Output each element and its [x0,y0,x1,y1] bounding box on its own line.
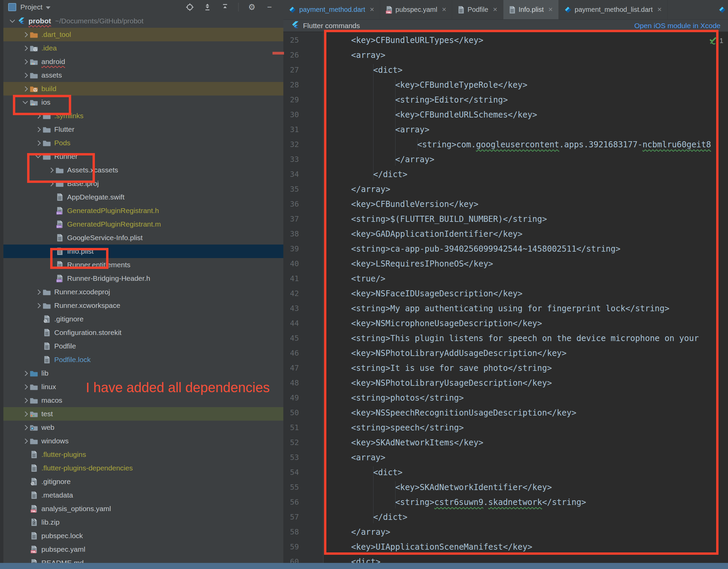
code-line-31[interactable]: <array> [324,122,728,137]
code-line-27[interactable]: <dict> [324,63,728,78]
code-line-55[interactable]: <key>SKAdNetworkIdentifier</key> [324,480,728,495]
code-line-26[interactable]: <array> [324,48,728,63]
code-line-35[interactable]: </array> [324,182,728,197]
code-line-44[interactable]: <key>NSMicrophoneUsageDescription</key> [324,316,728,331]
code-line-56[interactable]: <string>cstr6suwn9.skadnetwork</string> [324,495,728,510]
tree-item-googleservice-info-plist[interactable]: GoogleService-Info.plist [3,231,283,245]
chevron-right-icon[interactable] [21,383,29,391]
tree-item-web[interactable]: web [3,421,283,434]
tree-item-build[interactable]: build [3,82,283,96]
code-line-30[interactable]: <key>CFBundleURLSchemes</key> [324,107,728,122]
tree-item-generatedpluginregistrant-m[interactable]: C++GeneratedPluginRegistrant.m [3,217,283,231]
settings-gear-icon[interactable]: ⚙ [247,3,256,12]
code-line-36[interactable]: <key>CFBundleVersion</key> [324,197,728,212]
tree-item-idea[interactable]: .idea [3,41,283,55]
code-line-34[interactable]: </dict> [324,167,728,182]
tree-item-windows[interactable]: windows [3,434,283,448]
tree-item-info-plist[interactable]: Info.plist [3,245,283,258]
close-tab-icon[interactable]: ✕ [370,6,375,13]
chevron-right-icon[interactable] [21,30,29,39]
chevron-right-icon[interactable] [21,58,29,66]
open-ios-module-link[interactable]: Open iOS module in Xcode [634,22,721,30]
tree-item-assets[interactable]: assets [3,68,283,82]
chevron-right-icon[interactable] [34,301,42,310]
tab-tab[interactable] [714,0,728,19]
tree-item-flutter-plugins-dependencies[interactable]: .flutter-plugins-dependencies [3,461,283,475]
tab-payment-method-dart[interactable]: payment_method.dart✕ [283,0,380,19]
code-line-50[interactable]: <key>NSSpeechRecognitionUsageDescription… [324,405,728,420]
tree-item-appdelegate-swift[interactable]: AppDelegate.swift [3,190,283,204]
tree-item-lib-zip[interactable]: lib.zip [3,515,283,529]
tab-pubspec-yaml[interactable]: YMLpubspec.yaml✕ [380,0,452,19]
tree-item-runner-xcworkspace[interactable]: Runner.xcworkspace [3,299,283,312]
chevron-down-icon[interactable] [8,17,16,25]
code-line-43[interactable]: <string>My app authenticating using for … [324,301,728,316]
code-line-51[interactable]: <string>speech</string> [324,420,728,435]
tree-item-symlinks[interactable]: .symlinks [3,109,283,123]
tree-item-pubspec-yaml[interactable]: YMLpubspec.yaml [3,543,283,556]
code-line-47[interactable]: <string>It is use for save photo</string… [324,361,728,376]
code-line-48[interactable]: <key>NSPhotoLibraryUsageDescription</key… [324,376,728,391]
tree-item-probot[interactable]: probot~/Documents/GitHub/probot [3,14,283,28]
code-line-41[interactable]: <true/> [324,271,728,286]
tree-item-podfile[interactable]: Podfile [3,339,283,353]
code-line-33[interactable]: </array> [324,152,728,167]
tree-item-gitignore[interactable]: .gitignore [3,312,283,326]
code-line-49[interactable]: <string>photos</string> [324,391,728,405]
chevron-right-icon[interactable] [34,139,42,147]
locate-file-icon[interactable] [185,3,194,12]
chevron-right-icon[interactable] [34,112,42,120]
chevron-down-icon[interactable] [46,6,50,9]
code-line-40[interactable]: <key>LSRequiresIPhoneOS</key> [324,256,728,271]
tree-item-linux[interactable]: linux [3,380,283,394]
chevron-right-icon[interactable] [34,125,42,133]
code-line-38[interactable]: <key>GADApplicationIdentifier</key> [324,227,728,241]
code-line-39[interactable]: <string>ca-app-pub-3940256099942544~1458… [324,241,728,256]
chevron-right-icon[interactable] [47,180,55,188]
chevron-right-icon[interactable] [21,44,29,52]
tree-item-readme-md[interactable]: MDREADME.md [3,556,283,563]
tree-item-generatedpluginregistrant-h[interactable]: C++GeneratedPluginRegistrant.h [3,204,283,217]
tree-item-analysis-options-yaml[interactable]: YMLanalysis_options.yaml [3,502,283,515]
code-line-28[interactable]: <key>CFBundleTypeRole</key> [324,78,728,92]
tree-item-macos[interactable]: macos [3,394,283,407]
expand-all-icon[interactable] [203,3,212,12]
chevron-right-icon[interactable] [21,71,29,79]
code-editor[interactable]: 1 <key>CFBundleURLTypes</key><array><dic… [324,32,728,563]
chevron-down-icon[interactable] [34,152,42,161]
code-line-46[interactable]: <key>NSPhotoLibraryAddUsageDescription</… [324,346,728,361]
code-line-60[interactable]: <dict> [324,554,728,563]
code-line-45[interactable]: <string>This plugin listens for speech o… [324,331,728,346]
tree-item-ios[interactable]: ios [3,96,283,109]
tree-item-test[interactable]: test [3,407,283,421]
code-line-52[interactable]: <key>SKAdNetworkItems</key> [324,435,728,450]
close-tab-icon[interactable]: ✕ [493,6,498,13]
tree-item-podfile-lock[interactable]: Podfile.lock [3,353,283,366]
hide-panel-icon[interactable]: − [265,3,274,12]
chevron-right-icon[interactable] [21,410,29,418]
collapse-all-icon[interactable] [221,3,229,12]
code-line-53[interactable]: <array> [324,450,728,465]
chevron-right-icon[interactable] [21,437,29,445]
tree-item-runner-xcodeproj[interactable]: Runner.xcodeproj [3,285,283,299]
tab-payment-method-list-dart[interactable]: payment_method_list.dart✕ [559,0,668,19]
chevron-right-icon[interactable] [47,166,55,174]
code-line-29[interactable]: <string>Editor</string> [324,92,728,107]
tree-item-metadata[interactable]: .metadata [3,488,283,502]
tree-item-assets-xcassets[interactable]: Assets.xcassets [3,163,283,177]
code-line-57[interactable]: </dict> [324,510,728,525]
tree-item-configuration-storekit[interactable]: Configuration.storekit [3,326,283,339]
code-line-59[interactable]: <key>UIApplicationSceneManifest</key> [324,540,728,554]
chevron-right-icon[interactable] [34,288,42,296]
chevron-right-icon[interactable] [21,85,29,93]
inspection-widget[interactable]: 1 [709,36,723,45]
code-line-58[interactable]: </array> [324,525,728,540]
chevron-right-icon[interactable] [21,396,29,404]
code-line-37[interactable]: <string>$(FLUTTER_BUILD_NUMBER)</string> [324,212,728,227]
code-line-54[interactable]: <dict> [324,465,728,480]
tree-item-android[interactable]: android [3,55,283,68]
tree-item-base-lproj[interactable]: Base.lproj [3,177,283,190]
tree-item-runner-bridging-header-h[interactable]: C++Runner-Bridging-Header.h [3,272,283,285]
tree-item-flutter-plugins[interactable]: .flutter-plugins [3,448,283,461]
tree-item-pubspec-lock[interactable]: pubspec.lock [3,529,283,543]
